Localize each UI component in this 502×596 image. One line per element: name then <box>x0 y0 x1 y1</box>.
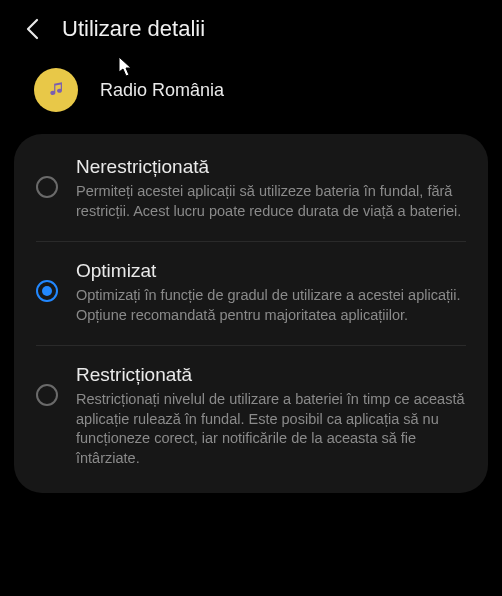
radio-unrestricted[interactable] <box>36 176 58 198</box>
app-name: Radio România <box>100 80 224 101</box>
option-unrestricted[interactable]: Nerestricționată Permiteți acestei aplic… <box>14 138 488 241</box>
app-icon <box>34 68 78 112</box>
radio-restricted[interactable] <box>36 384 58 406</box>
option-desc: Optimizați în funcție de gradul de utili… <box>76 286 466 325</box>
option-optimized[interactable]: Optimizat Optimizați în funcție de gradu… <box>14 242 488 345</box>
back-button[interactable] <box>20 17 44 41</box>
option-title: Restricționată <box>76 364 466 386</box>
app-header-row: Radio România <box>0 50 502 134</box>
music-note-icon <box>45 79 67 101</box>
option-title: Nerestricționată <box>76 156 466 178</box>
option-desc: Restricționați nivelul de utilizare a ba… <box>76 390 466 468</box>
options-card: Nerestricționată Permiteți acestei aplic… <box>14 134 488 493</box>
radio-optimized[interactable] <box>36 280 58 302</box>
option-restricted[interactable]: Restricționată Restricționați nivelul de… <box>14 346 488 488</box>
option-title: Optimizat <box>76 260 466 282</box>
option-desc: Permiteți acestei aplicații să utilizeze… <box>76 182 466 221</box>
page-title: Utilizare detalii <box>62 16 205 42</box>
chevron-left-icon <box>25 18 39 40</box>
